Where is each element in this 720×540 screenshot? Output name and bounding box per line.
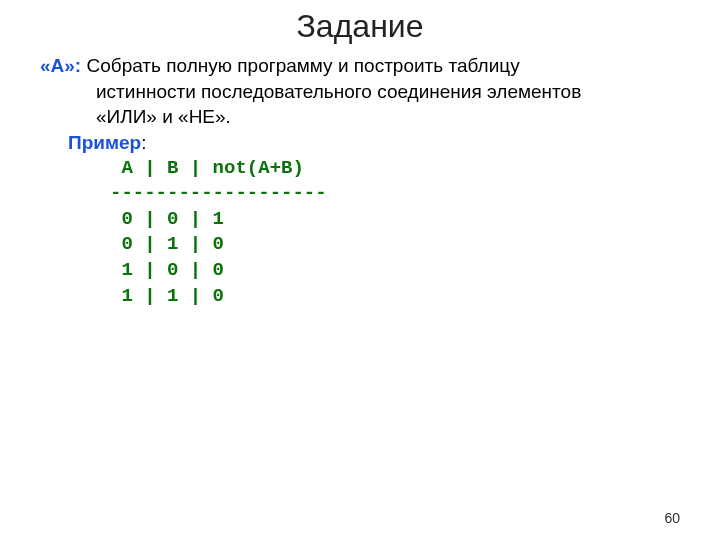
page-number: 60 (664, 510, 680, 526)
task-description-cont-1: истинности последовательного соединения … (96, 79, 680, 105)
code-line-2: ------------------- (110, 182, 327, 204)
code-line-1: A | B | not(A+B) (110, 157, 304, 179)
example-line: Пример: (40, 130, 680, 156)
task-line-1: «A»: Собрать полную программу и построит… (40, 53, 680, 79)
slide-title: Задание (40, 8, 680, 45)
example-colon: : (141, 132, 146, 153)
task-body: «A»: Собрать полную программу и построит… (40, 53, 680, 309)
code-line-6: 1 | 1 | 0 (110, 285, 224, 307)
code-line-4: 0 | 1 | 0 (110, 233, 224, 255)
level-label-a: «A»: (40, 55, 81, 76)
code-line-5: 1 | 0 | 0 (110, 259, 224, 281)
example-label: Пример (68, 132, 141, 153)
task-description-first: Собрать полную программу и построить таб… (81, 55, 519, 76)
task-description-cont-2: «ИЛИ» и «НЕ». (96, 104, 680, 130)
code-line-3: 0 | 0 | 1 (110, 208, 224, 230)
code-block: A | B | not(A+B) ------------------- 0 |… (110, 156, 680, 310)
slide: Задание «A»: Собрать полную программу и … (0, 0, 720, 540)
